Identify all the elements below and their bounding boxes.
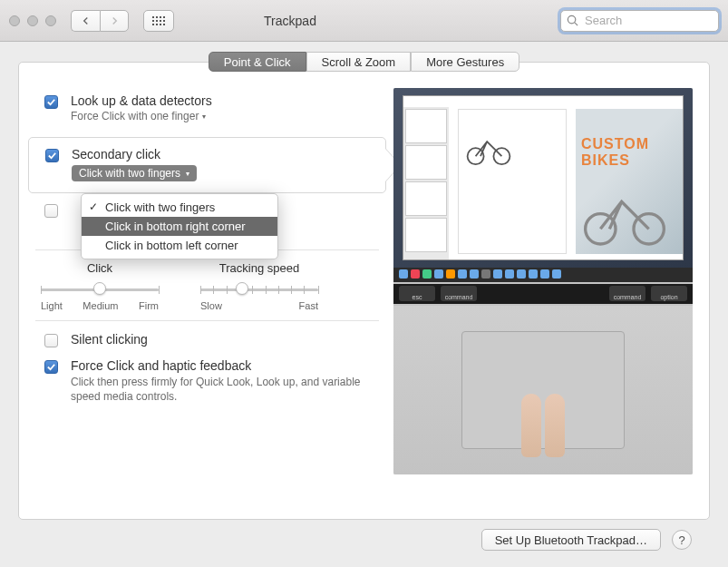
search-input[interactable] xyxy=(560,10,719,32)
menu-item-two-fingers[interactable]: Click with two fingers xyxy=(82,198,277,217)
options-column: Look up & data detectors Force Click wit… xyxy=(35,88,379,512)
secondary-click-title: Secondary click xyxy=(72,147,376,161)
menu-item-bottom-left[interactable]: Click in bottom left corner xyxy=(82,236,277,255)
tracking-label-slow: Slow xyxy=(200,300,222,311)
silent-clicking-title: Silent clicking xyxy=(71,332,377,347)
click-slider-title: Click xyxy=(41,261,159,275)
menu-item-bottom-right[interactable]: Click in bottom right corner xyxy=(82,217,277,236)
tab-more-gestures[interactable]: More Gestures xyxy=(411,52,519,72)
fingers-icon xyxy=(521,394,565,457)
secondary-click-mode-dropdown[interactable]: Click with two fingers ▾ xyxy=(72,165,197,181)
look-up-mode-dropdown[interactable]: Force Click with one finger ▾ xyxy=(71,110,377,122)
tab-point-and-click[interactable]: Point & Click xyxy=(209,52,306,72)
tracking-slider-thumb[interactable] xyxy=(236,282,248,295)
tracking-slider-title: Tracking speed xyxy=(200,261,318,275)
gesture-preview: CUSTOM BIKES esc command command xyxy=(393,88,693,474)
secondary-click-checkbox[interactable] xyxy=(45,149,59,162)
force-click-title: Force Click and haptic feedback xyxy=(71,358,377,373)
preferences-panel: Point & Click Scroll & Zoom More Gesture… xyxy=(18,62,710,520)
click-slider-thumb[interactable] xyxy=(93,282,106,295)
tracking-slider[interactable] xyxy=(200,282,318,297)
tap-to-click-checkbox[interactable] xyxy=(44,204,58,218)
force-click-description: Click then press firmly for Quick Look, … xyxy=(71,375,377,404)
bike-icon xyxy=(579,185,670,249)
tracking-label-fast: Fast xyxy=(299,300,318,311)
bike-icon xyxy=(464,133,513,166)
setup-bluetooth-trackpad-button[interactable]: Set Up Bluetooth Trackpad… xyxy=(481,529,661,551)
click-label-firm: Firm xyxy=(139,300,159,311)
sliders-section: Click Light Medium Fir xyxy=(35,249,379,321)
tab-scroll-and-zoom[interactable]: Scroll & Zoom xyxy=(306,52,412,72)
look-up-checkbox[interactable] xyxy=(44,95,58,109)
look-up-title: Look up & data detectors xyxy=(71,93,377,108)
search-icon xyxy=(566,14,579,27)
silent-clicking-checkbox[interactable] xyxy=(44,334,58,347)
option-force-click: Force Click and haptic feedback Click th… xyxy=(35,353,379,409)
svg-line-1 xyxy=(575,22,578,24)
option-secondary-click: Secondary click Click with two fingers ▾ xyxy=(28,137,386,193)
titlebar: Trackpad xyxy=(0,0,728,42)
help-button[interactable]: ? xyxy=(672,530,692,550)
click-label-medium: Medium xyxy=(83,300,118,311)
chevron-down-icon: ▾ xyxy=(202,112,206,121)
svg-point-0 xyxy=(568,15,575,23)
chevron-down-icon: ▾ xyxy=(186,170,189,178)
secondary-click-menu: Click with two fingers Click in bottom r… xyxy=(81,193,278,259)
option-silent-clicking: Silent clicking xyxy=(35,327,379,353)
click-slider[interactable] xyxy=(41,282,159,297)
option-look-up: Look up & data detectors Force Click wit… xyxy=(35,88,379,137)
close-window-button[interactable] xyxy=(9,15,20,26)
force-click-checkbox[interactable] xyxy=(44,360,58,374)
window-title: Trackpad xyxy=(27,14,553,28)
click-label-light: Light xyxy=(41,300,63,311)
